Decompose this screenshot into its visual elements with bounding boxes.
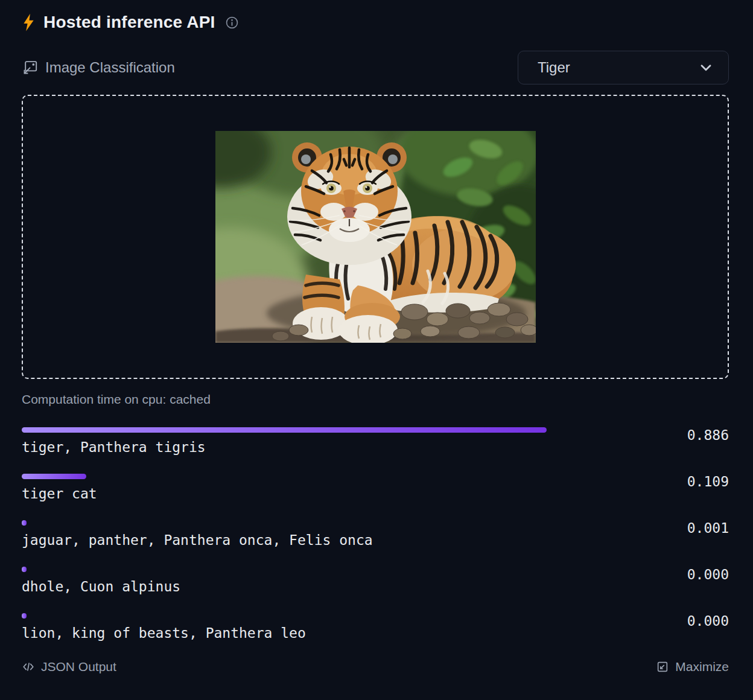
result-score: 0.886 — [687, 427, 729, 444]
result-score: 0.109 — [687, 474, 729, 490]
classification-results: 0.886 tiger, Panthera tigris 0.109 tiger… — [22, 427, 729, 641]
result-bar — [22, 613, 27, 619]
example-select-value: Tiger — [538, 59, 570, 76]
task-row: Image Classification Tiger — [22, 51, 729, 84]
result-row: 0.886 tiger, Panthera tigris — [22, 427, 729, 455]
result-bar-track — [22, 567, 614, 572]
task-type: Image Classification — [22, 59, 175, 76]
image-classification-icon — [22, 60, 38, 76]
computation-time: Computation time on cpu: cached — [22, 392, 729, 407]
result-row: 0.001 jaguar, panther, Panthera onca, Fe… — [22, 520, 729, 548]
code-icon — [22, 660, 35, 673]
result-label: dhole, Cuon alpinus — [22, 579, 614, 594]
widget-header: Hosted inference API — [22, 8, 729, 36]
maximize-icon — [656, 660, 669, 673]
result-row: 0.109 tiger cat — [22, 474, 729, 501]
maximize-button[interactable]: Maximize — [656, 660, 729, 674]
json-output-label: JSON Output — [41, 660, 116, 674]
json-output-button[interactable]: JSON Output — [22, 660, 116, 674]
result-bar — [22, 567, 27, 572]
result-bar — [22, 520, 27, 526]
image-dropzone[interactable] — [22, 95, 729, 379]
tiger-photo — [215, 131, 536, 343]
widget-title: Hosted inference API — [43, 13, 215, 32]
result-bar-track — [22, 520, 614, 526]
lightning-icon — [22, 13, 36, 32]
result-bar-track — [22, 613, 614, 619]
result-bar-track — [22, 427, 614, 433]
result-score: 0.000 — [687, 613, 729, 629]
result-bar-track — [22, 474, 614, 479]
result-label: jaguar, panther, Panthera onca, Felis on… — [22, 533, 614, 548]
result-row: 0.000 lion, king of beasts, Panthera leo — [22, 613, 729, 641]
result-label: lion, king of beasts, Panthera leo — [22, 626, 614, 641]
result-label: tiger, Panthera tigris — [22, 440, 614, 455]
result-row: 0.000 dhole, Cuon alpinus — [22, 567, 729, 594]
widget-footer: JSON Output Maximize — [22, 660, 729, 674]
task-label: Image Classification — [45, 59, 175, 76]
result-score: 0.001 — [687, 520, 729, 536]
result-bar — [22, 427, 547, 433]
chevron-down-icon — [698, 60, 714, 75]
example-select[interactable]: Tiger — [518, 51, 729, 84]
result-bar — [22, 474, 86, 479]
hosted-inference-widget: Hosted inference API Image Classificatio… — [0, 0, 753, 674]
result-label: tiger cat — [22, 486, 614, 501]
info-icon[interactable] — [225, 16, 239, 30]
result-score: 0.000 — [687, 567, 729, 583]
maximize-label: Maximize — [675, 660, 729, 674]
